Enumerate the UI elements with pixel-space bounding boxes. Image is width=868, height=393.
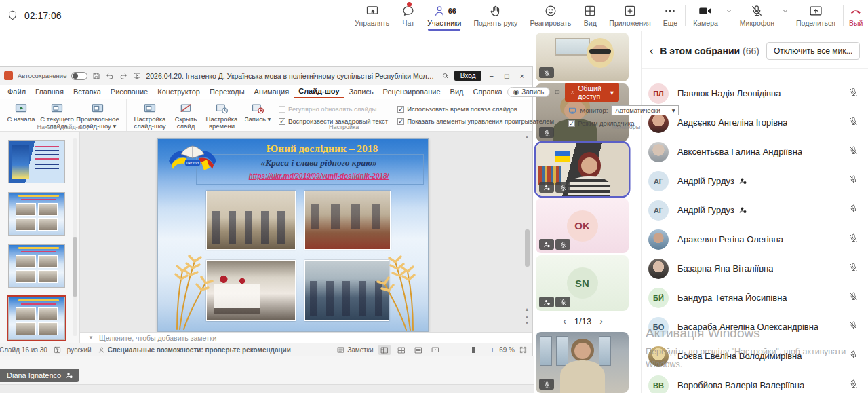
participant-row[interactable]: БЙ Бандура Тетяна Йосипівна: [642, 283, 868, 312]
tab-help[interactable]: Справка: [468, 86, 507, 98]
next-slide-button[interactable]: ▼: [525, 320, 530, 325]
pager-previous-icon[interactable]: ‹: [563, 316, 566, 326]
zoom-slider-thumb[interactable]: [472, 347, 475, 353]
slideshow-view-button[interactable]: [429, 345, 441, 355]
microphone-options-chevron[interactable]: [781, 0, 790, 31]
notes-toggle-button[interactable]: Заметки: [337, 346, 373, 354]
record-button[interactable]: ◉Запись: [507, 87, 551, 97]
save-icon[interactable]: [92, 72, 100, 80]
avatar-video-tile[interactable]: SN: [536, 255, 629, 311]
slide-scrollbar[interactable]: ▲ ▲ ▲ ▼: [524, 134, 530, 329]
minimize-icon[interactable]: −: [489, 72, 493, 80]
accessibility-status[interactable]: Специальные возможности: проверьте реком…: [98, 346, 291, 354]
fit-to-window-icon[interactable]: [519, 346, 527, 354]
participant-video-tile[interactable]: [536, 332, 629, 393]
ppt-ribbon: С начала С текущего слайда Произвольное …: [0, 99, 532, 132]
tile-mic-muted-badge: [539, 67, 554, 78]
manage-share-label: Управлять: [355, 19, 389, 27]
participants-button[interactable]: 66 Участники: [421, 0, 467, 31]
tab-view[interactable]: Вид: [446, 86, 469, 98]
microphone-button[interactable]: Микрофон: [734, 0, 781, 31]
slide-thumbnail-1[interactable]: [8, 140, 65, 183]
active-speaker-video-tile[interactable]: [536, 143, 629, 196]
setup-checkboxes: Регулярно обновлять слайды ✓ Воспроизвес…: [275, 100, 557, 125]
thumbnail-scrollbar[interactable]: [73, 138, 77, 336]
participant-row[interactable]: АГ Андрій Гурдуз: [642, 166, 868, 195]
share-screen-button[interactable]: Поделиться: [790, 0, 842, 31]
previous-slide-icon[interactable]: ▲: [525, 307, 530, 312]
tab-record[interactable]: Запись: [344, 86, 378, 98]
from-beginning-button[interactable]: С начала: [4, 100, 38, 123]
back-chevron-icon[interactable]: ‹: [650, 45, 653, 56]
previous-slide-button[interactable]: ▲: [525, 314, 530, 319]
current-slide[interactable]: ukr.md Юний дослідник – 2018 «Краса і сл…: [157, 138, 429, 332]
checkbox-keep-slides-updated[interactable]: Регулярно обновлять слайды: [279, 105, 388, 113]
participant-row[interactable]: Боєва Евеліна Володимирівна: [642, 341, 868, 371]
leave-button[interactable]: Вый: [845, 0, 868, 31]
participant-row[interactable]: ВВ Воробйова Валерія Валеріївна: [642, 371, 868, 393]
participant-row[interactable]: Базарна Яна Віталіївна: [642, 254, 868, 283]
participant-row[interactable]: БО Басараба Ангеліна Олександрівна: [642, 312, 868, 341]
slide-hyperlink[interactable]: https://ukr.md/2019/09/yunij-doslidnik-2…: [212, 172, 425, 180]
monitor-dropdown[interactable]: Автоматически▾: [611, 105, 679, 115]
search-icon[interactable]: [441, 72, 450, 80]
sign-in-button[interactable]: Вход: [454, 71, 482, 81]
camera-options-chevron[interactable]: [724, 0, 734, 31]
comments-icon[interactable]: [555, 88, 560, 96]
participant-row[interactable]: Авксентьєва Галина Андріївна: [642, 137, 868, 166]
participant-video-tile[interactable]: [536, 33, 629, 81]
notes-pane[interactable]: ▼ Щелкните, чтобы добавить заметки: [80, 332, 532, 343]
tab-draw[interactable]: Рисование: [106, 86, 153, 98]
avatar-video-tile[interactable]: OK: [536, 198, 629, 253]
maximize-icon[interactable]: □: [505, 72, 509, 80]
redo-icon[interactable]: [119, 72, 127, 80]
zoom-level[interactable]: 69 %: [499, 346, 515, 354]
participant-row[interactable]: АГ Андрій Гурдуз: [642, 195, 868, 225]
close-icon[interactable]: ×: [520, 72, 524, 80]
slide-sorter-view-button[interactable]: [395, 345, 408, 355]
participants-panel-header: ‹ В этом собрании (66) Отключить все мик…: [642, 31, 868, 69]
tab-design[interactable]: Конструктор: [153, 86, 205, 98]
tab-file[interactable]: Файл: [3, 86, 31, 98]
language-indicator[interactable]: русский: [67, 346, 92, 354]
tab-transitions[interactable]: Переходы: [205, 86, 250, 98]
window-controls: − □ ×: [486, 72, 527, 80]
zoom-out-button[interactable]: −: [446, 346, 450, 354]
slide-thumbnail-4-selected[interactable]: [8, 297, 65, 340]
record-slideshow-button[interactable]: Запись ▾: [241, 100, 275, 123]
scrollbar-thumb[interactable]: [525, 229, 530, 267]
react-button[interactable]: Реагировать: [524, 0, 577, 31]
checkbox-use-timings[interactable]: ✓ Использовать время показа слайдов: [397, 105, 554, 113]
normal-view-button[interactable]: [378, 345, 391, 355]
manage-share-button[interactable]: Управлять: [349, 0, 395, 31]
participant-name: Базарна Яна Віталіївна: [677, 263, 773, 274]
raise-hand-button[interactable]: Поднять руку: [467, 0, 524, 31]
reading-view-button[interactable]: [412, 345, 425, 355]
slide-thumbnail-3[interactable]: [8, 244, 65, 288]
collapse-ribbon-chevron[interactable]: ▼: [690, 121, 710, 131]
chat-label: Чат: [403, 19, 414, 27]
tab-slideshow[interactable]: Слайд-шоу: [294, 86, 344, 98]
notes-collapse-icon[interactable]: ▼: [88, 335, 94, 341]
participant-row[interactable]: Аракелян Регіна Олегівна: [642, 225, 868, 254]
more-button[interactable]: Еще: [657, 0, 684, 31]
tab-insert[interactable]: Вставка: [68, 86, 106, 98]
slide-thumbnail-2[interactable]: [8, 192, 65, 236]
tab-animations[interactable]: Анимация: [250, 86, 294, 98]
tab-review[interactable]: Рецензирование: [378, 86, 446, 98]
record-slideshow-icon: [251, 102, 264, 115]
view-button[interactable]: Вид: [577, 0, 603, 31]
tab-home[interactable]: Главная: [31, 86, 68, 98]
camera-button[interactable]: Камера: [687, 0, 724, 31]
apps-button[interactable]: Приложения: [603, 0, 656, 31]
start-slideshow-icon[interactable]: [133, 72, 141, 80]
scrollbar-thumb[interactable]: [73, 237, 77, 297]
mute-all-button[interactable]: Отключить все мик...: [766, 42, 860, 60]
zoom-in-button[interactable]: +: [490, 346, 494, 354]
chat-button[interactable]: Чат: [395, 0, 421, 31]
undo-icon[interactable]: [106, 72, 114, 80]
pager-next-icon[interactable]: ›: [599, 316, 603, 326]
zoom-slider[interactable]: [454, 350, 486, 350]
scroll-up-icon[interactable]: ▲: [525, 134, 530, 139]
autosave-toggle[interactable]: [71, 72, 87, 80]
